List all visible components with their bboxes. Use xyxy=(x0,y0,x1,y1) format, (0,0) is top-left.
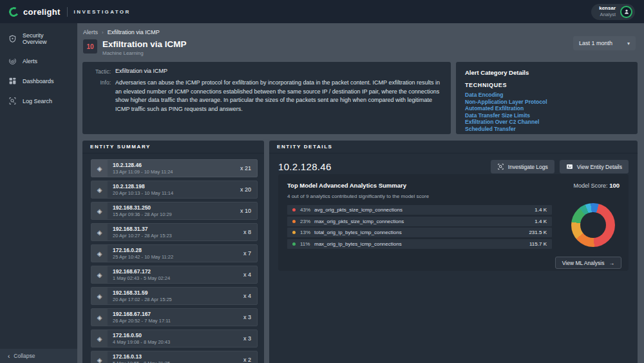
model-score-value: 100 xyxy=(609,182,620,189)
person-icon xyxy=(623,8,630,15)
user-role: Analyst xyxy=(599,12,616,17)
entity-row-ip: 172.16.0.28 xyxy=(113,247,243,254)
entity-ip: 10.2.128.46 xyxy=(278,161,332,172)
entity-summary-row[interactable]: ◈ 10.2.128.46 13 Apr 11:09 - 10 May 11:2… xyxy=(91,159,258,177)
tactic-label: Tactic: xyxy=(90,68,111,75)
entity-row-count: x 7 xyxy=(243,250,257,257)
entity-summary-row[interactable]: ◈ 172.16.0.50 4 May 19:08 - 8 May 20:43 … xyxy=(91,329,258,348)
info-text: Adversaries can abuse the ICMP protocol … xyxy=(115,79,443,113)
entity-row-daterange: 4 May 19:08 - 8 May 20:43 xyxy=(113,339,243,346)
entity-row-ip: 192.168.31.59 xyxy=(113,289,243,297)
entity-diamond-icon: ◈ xyxy=(91,245,108,262)
entity-summary-row[interactable]: ◈ 10.2.128.198 20 Apr 10:13 - 10 May 11:… xyxy=(91,181,258,199)
breadcrumb: Alerts › Exfiltration via ICMP xyxy=(83,29,160,35)
analytics-row: 23% max_orig_pkts_size_icmp_connections … xyxy=(287,217,552,226)
view-ml-analysis-label: View ML Analysis xyxy=(562,260,605,266)
shield-icon xyxy=(8,35,17,43)
analytic-value: 1.4 K xyxy=(535,207,547,213)
entity-row-daterange: 1 May 02:43 - 5 May 02:24 xyxy=(113,275,243,282)
investigate-logs-icon xyxy=(497,163,504,170)
analytics-summary-card: Top Model Advanced Analytics Summary 4 o… xyxy=(278,174,629,271)
techniques-list: Data EncodingNon-Application Layer Proto… xyxy=(465,92,629,132)
view-entity-details-button[interactable]: View Entity Details xyxy=(560,160,629,173)
entity-row-daterange: 26 Apr 20:52 - 7 May 17:11 xyxy=(113,318,243,324)
investigate-logs-button[interactable]: Investigate Logs xyxy=(491,160,554,173)
tactic-row: Tactic: Exfiltration via ICMP xyxy=(90,68,443,75)
sidebar-item-security-overview[interactable]: Security Overview xyxy=(0,23,77,51)
info-label: Info: xyxy=(90,79,111,113)
analytic-name: max_orig_pkts_size_icmp_connections xyxy=(314,219,404,224)
breadcrumb-separator: › xyxy=(102,30,104,35)
entity-row-count: x 20 xyxy=(240,186,257,193)
entity-row-ip: 172.16.0.50 xyxy=(113,332,243,339)
corelight-logo-icon xyxy=(8,6,19,17)
chevron-left-icon: ‹ xyxy=(8,353,10,360)
analytic-color-dot xyxy=(292,242,296,246)
entity-summary-title: ENTITY SUMMARY xyxy=(90,144,151,150)
entity-row-count: x 21 xyxy=(240,165,257,172)
technique-link[interactable]: Non-Application Layer Protocol xyxy=(465,99,629,106)
technique-link[interactable]: Data Transfer Size Limits xyxy=(465,112,629,119)
analytic-percent: 23% xyxy=(300,219,314,224)
entity-summary-row[interactable]: ◈ 172.16.0.28 25 Apr 10:42 - 10 May 11:2… xyxy=(91,244,258,262)
entity-diamond-icon: ◈ xyxy=(91,330,108,347)
entity-summary-row[interactable]: ◈ 192.168.31.59 20 Apr 17:02 - 28 Apr 15… xyxy=(91,287,258,305)
breadcrumb-current: Exfiltration via ICMP xyxy=(108,29,160,35)
analytics-title: Top Model Advanced Analytics Summary xyxy=(287,182,620,189)
sidebar-item-dashboards[interactable]: Dashboards xyxy=(0,71,77,91)
sidebar-item-label: Dashboards xyxy=(23,78,54,84)
techniques-heading: TECHNIQUES xyxy=(465,82,629,88)
entity-diamond-icon: ◈ xyxy=(91,224,108,240)
entity-row-daterange: 20 Apr 10:27 - 28 Apr 15:23 xyxy=(113,233,243,239)
breadcrumb-alerts-link[interactable]: Alerts xyxy=(83,29,98,35)
donut-hole xyxy=(580,212,606,238)
arrow-right-icon: → xyxy=(609,260,615,266)
sidebar-item-log-search[interactable]: Log Search xyxy=(0,91,77,111)
entity-actions: Investigate Logs View Entity Details xyxy=(491,160,629,173)
entity-summary-row[interactable]: ◈ 192.168.67.167 26 Apr 20:52 - 7 May 17… xyxy=(91,308,258,326)
analytic-name: avg_orig_pkts_size_icmp_connections xyxy=(314,207,402,213)
technique-link[interactable]: Automated Exfiltration xyxy=(465,105,629,112)
entity-row-count: x 8 xyxy=(243,229,257,235)
entity-diamond-icon: ◈ xyxy=(91,309,108,326)
entity-row-text: 172.16.0.13 5 May 19:55 - 8 May 21:25 xyxy=(108,351,243,363)
analytic-color-dot xyxy=(292,208,296,211)
entity-details-header: ENTITY DETAILS xyxy=(269,141,638,153)
avatar xyxy=(620,6,632,18)
entity-details-title: ENTITY DETAILS xyxy=(277,144,333,150)
sidebar-item-label: Security Overview xyxy=(23,32,69,45)
entity-summary-row[interactable]: ◈ 192.168.31.250 15 Apr 09:36 - 28 Apr 1… xyxy=(91,202,258,220)
sidebar-collapse-button[interactable]: ‹ Collapse xyxy=(0,349,77,363)
analytic-name: max_orig_ip_bytes_icmp_connections xyxy=(314,241,402,247)
entity-summary-panel: ENTITY SUMMARY ◈ 10.2.128.46 13 Apr 11:0… xyxy=(82,141,264,363)
entity-diamond-icon: ◈ xyxy=(91,266,108,283)
user-menu[interactable]: kensar Analyst xyxy=(591,4,635,20)
entity-summary-row[interactable]: ◈ 192.168.67.172 1 May 02:43 - 5 May 02:… xyxy=(91,266,258,284)
analytic-percent: 13% xyxy=(300,230,314,235)
entity-row-text: 172.16.0.28 25 Apr 10:42 - 10 May 11:22 xyxy=(108,245,243,262)
entity-summary-row[interactable]: ◈ 192.168.31.37 20 Apr 10:27 - 28 Apr 15… xyxy=(91,223,258,241)
entity-list: ◈ 10.2.128.46 13 Apr 11:09 - 10 May 11:2… xyxy=(82,153,264,363)
time-range-select[interactable]: Last 1 month ▾ xyxy=(573,36,636,50)
sidebar-item-alerts[interactable]: Alerts xyxy=(0,51,77,71)
dashboards-grid-icon xyxy=(8,77,17,85)
entity-summary-row[interactable]: ◈ 172.16.0.13 5 May 19:55 - 8 May 21:25 … xyxy=(91,351,258,363)
analytic-percent: 43% xyxy=(300,207,314,213)
view-ml-analysis-button[interactable]: View ML Analysis → xyxy=(555,257,621,269)
entity-row-ip: 192.168.31.37 xyxy=(113,226,243,233)
entity-row-ip: 192.168.67.167 xyxy=(113,311,243,318)
analytics-row: 43% avg_orig_pkts_size_icmp_connections … xyxy=(287,205,552,215)
technique-link[interactable]: Exfiltration Over C2 Channel xyxy=(465,119,629,126)
entity-row-ip: 10.2.128.46 xyxy=(113,162,240,169)
analytic-name: total_orig_ip_bytes_icmp_connections xyxy=(314,230,402,235)
analytic-percent: 11% xyxy=(300,241,314,247)
analytic-color-dot xyxy=(292,220,296,223)
brand-divider xyxy=(67,7,68,17)
entity-row-daterange: 5 May 19:55 - 8 May 21:25 xyxy=(113,360,243,363)
technique-link[interactable]: Data Encoding xyxy=(465,92,629,99)
entity-row-daterange: 15 Apr 09:36 - 28 Apr 10:29 xyxy=(113,211,240,218)
user-name: kensar Analyst xyxy=(599,5,616,17)
technique-link[interactable]: Scheduled Transfer xyxy=(465,126,629,133)
sidebar-item-label: Log Search xyxy=(23,98,52,104)
analytic-value: 1.4 K xyxy=(535,219,547,224)
